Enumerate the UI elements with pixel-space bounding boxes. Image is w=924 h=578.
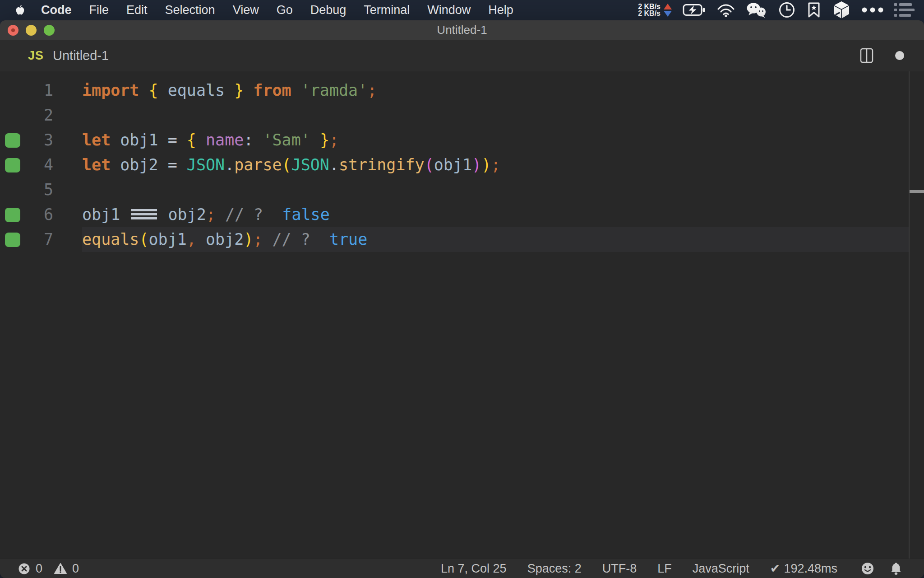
code-line-2[interactable]: 2 (0, 103, 924, 128)
line-number: 1 (25, 78, 53, 103)
window-title: Untitled-1 (437, 23, 487, 37)
code-text: obj1 obj2; // ? false (82, 202, 909, 227)
coverage-gutter (0, 177, 25, 202)
notifications-bell-icon[interactable] (890, 562, 902, 575)
status-items: Ln 7, Col 25Spaces: 2UTF-8LFJavaScript (441, 562, 749, 576)
network-monitor[interactable]: 2 KB/s 2 KB/s (638, 3, 672, 17)
line-number: 5 (25, 177, 53, 202)
line-number: 6 (25, 202, 53, 227)
download-arrow-icon (664, 11, 672, 17)
zoom-button[interactable] (44, 25, 55, 36)
network-rates: 2 KB/s 2 KB/s (638, 3, 661, 17)
perf-value: 192.48ms (784, 562, 837, 576)
bookmark-icon[interactable] (807, 2, 821, 18)
menu-item-go[interactable]: Go (277, 3, 293, 17)
code-line-6[interactable]: 6obj1 obj2; // ? false (0, 202, 924, 227)
status-item-lf[interactable]: LF (657, 562, 672, 576)
menu-item-view[interactable]: View (233, 3, 259, 17)
editor-tab-bar: JS Untitled-1 (0, 40, 924, 71)
code-line-1[interactable]: 1import { equals } from 'ramda'; (0, 78, 924, 103)
coverage-marker (5, 158, 20, 172)
status-item-ln-7-col-25[interactable]: Ln 7, Col 25 (441, 562, 507, 576)
menubar-status-icons (683, 0, 915, 19)
box-icon[interactable] (832, 0, 851, 19)
apple-logo-icon[interactable] (14, 3, 25, 17)
wifi-icon[interactable] (717, 3, 735, 17)
warnings-icon (54, 563, 67, 574)
code-line-5[interactable]: 5 (0, 177, 924, 202)
code-text: let obj2 = JSON.parse(JSON.stringify(obj… (82, 153, 909, 177)
menu-items: CodeFileEditSelectionViewGoDebugTerminal… (41, 3, 513, 17)
coverage-gutter (0, 227, 25, 252)
code-text: let obj1 = { name: 'Sam' }; (82, 128, 909, 153)
menu-item-help[interactable]: Help (488, 3, 513, 17)
window-title-bar[interactable]: Untitled-1 (0, 20, 924, 40)
coverage-marker (5, 133, 20, 148)
traffic-lights (8, 20, 55, 40)
status-item-spaces-2[interactable]: Spaces: 2 (527, 562, 582, 576)
line-number: 4 (25, 153, 53, 177)
menu-item-file[interactable]: File (89, 3, 109, 17)
tab-title[interactable]: Untitled-1 (53, 48, 109, 63)
status-bar-right: Ln 7, Col 25Spaces: 2UTF-8LFJavaScript ✔… (441, 561, 902, 576)
status-item-utf-8[interactable]: UTF-8 (602, 562, 637, 576)
coverage-marker (5, 233, 20, 247)
minimize-button[interactable] (26, 25, 37, 36)
menu-item-window[interactable]: Window (427, 3, 471, 17)
feedback-smiley-icon[interactable] (861, 562, 874, 575)
code-text (82, 177, 909, 202)
network-arrows (664, 4, 672, 17)
coverage-gutter (0, 103, 25, 128)
vscode-window: Untitled-1 JS Untitled-1 1import { equal… (0, 20, 924, 578)
split-editor-icon[interactable] (860, 48, 873, 63)
menu-item-debug[interactable]: Debug (310, 3, 346, 17)
battery-charging-icon[interactable] (683, 4, 706, 16)
overview-ruler-scrollbar[interactable] (909, 71, 924, 559)
overview-ruler-border (909, 71, 910, 559)
wechat-icon[interactable] (746, 2, 767, 18)
status-bar: 0 0 Ln 7, Col 25Spaces: 2UTF-8LFJavaScri… (0, 559, 924, 578)
code-line-4[interactable]: 4let obj2 = JSON.parse(JSON.stringify(ob… (0, 153, 924, 177)
line-number: 7 (25, 227, 53, 252)
javascript-file-icon: JS (28, 49, 44, 63)
macos-menu-bar: CodeFileEditSelectionViewGoDebugTerminal… (0, 0, 924, 20)
status-bar-icons (861, 562, 902, 575)
triple-equals-ligature (131, 209, 157, 219)
menu-item-edit[interactable]: Edit (126, 3, 148, 17)
line-number: 3 (25, 128, 53, 153)
close-button[interactable] (8, 25, 18, 36)
code-area: 1import { equals } from 'ramda';23let ob… (0, 78, 924, 252)
menu-item-terminal[interactable]: Terminal (364, 3, 410, 17)
menu-item-code[interactable]: Code (41, 3, 72, 17)
ellipsis-icon[interactable] (862, 7, 883, 13)
network-upload-rate: 2 KB/s (638, 3, 661, 10)
quokka-perf-status[interactable]: ✔ 192.48ms (770, 561, 837, 576)
code-text: import { equals } from 'ramda'; (82, 78, 909, 103)
coverage-gutter (0, 202, 25, 227)
upload-arrow-icon (664, 4, 672, 9)
errors-icon (18, 563, 30, 575)
menubar-status-area: 2 KB/s 2 KB/s (638, 0, 915, 19)
code-editor[interactable]: 1import { equals } from 'ramda';23let ob… (0, 71, 924, 559)
coverage-gutter (0, 128, 25, 153)
overview-ruler-cursor-marker (910, 190, 924, 193)
tab-actions (860, 48, 904, 63)
code-text: equals(obj1, obj2); // ? true (82, 227, 909, 252)
menu-item-selection[interactable]: Selection (165, 3, 215, 17)
code-line-3[interactable]: 3let obj1 = { name: 'Sam' }; (0, 128, 924, 153)
clock-icon[interactable] (778, 1, 796, 19)
problems-status[interactable]: 0 0 (18, 562, 85, 576)
network-download-rate: 2 KB/s (638, 10, 661, 17)
warning-count: 0 (72, 562, 79, 576)
modified-indicator[interactable] (895, 51, 904, 60)
line-number: 2 (25, 103, 53, 128)
coverage-marker (5, 208, 20, 222)
error-count: 0 (36, 562, 42, 576)
coverage-gutter (0, 153, 25, 177)
code-text (82, 103, 909, 128)
status-item-javascript[interactable]: JavaScript (693, 562, 749, 576)
coverage-gutter (0, 78, 25, 103)
list-menu-icon[interactable] (894, 3, 915, 17)
code-line-7[interactable]: 7equals(obj1, obj2); // ? true (0, 227, 924, 252)
check-icon: ✔ (770, 561, 781, 576)
